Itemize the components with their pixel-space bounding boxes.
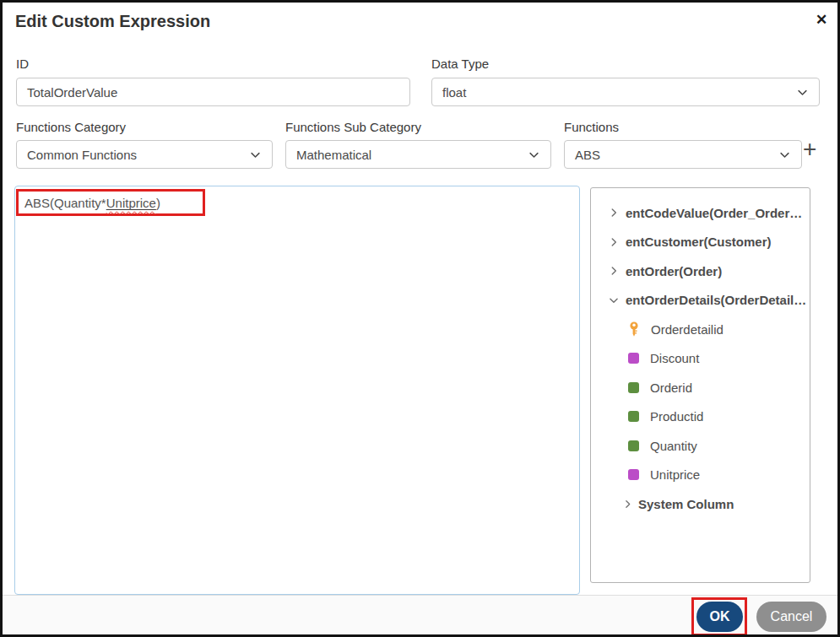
tree-column-label: Quantity [650,439,697,453]
decimal-column-icon [628,353,639,364]
tree-column-orderid[interactable]: Orderid [591,373,810,402]
functions-value: ABS [575,148,600,162]
functions-label: Functions [564,120,619,134]
tree-entity-entcodevalue[interactable]: entCodeValue(Order_Order… [591,198,810,228]
tree-column-quantity[interactable]: Quantity [591,431,810,461]
chevron-down-icon [796,86,809,99]
data-type-value: float [442,85,466,100]
close-icon[interactable]: ✕ [811,11,832,29]
ok-button[interactable]: OK [696,602,743,632]
add-function-icon[interactable]: + [803,138,816,161]
id-input[interactable]: TotalOrderValue [16,78,410,106]
tree-column-productid[interactable]: Productid [591,402,810,432]
tree-entity-label: entOrderDetails(OrderDetail… [626,293,806,307]
chevron-right-icon [608,207,620,219]
chevron-right-icon [622,499,633,510]
tree-column-label: Discount [650,351,699,365]
tree-entity-label: entCodeValue(Order_Order… [626,206,802,220]
integer-column-icon [628,440,639,451]
chevron-down-icon [608,294,620,306]
integer-column-icon [628,382,639,393]
dialog-title: Edit Custom Expression [15,12,210,31]
functions-category-select[interactable]: Common Functions [16,140,273,169]
primary-key-icon [628,321,640,337]
functions-sub-category-label: Functions Sub Category [285,120,421,134]
data-type-select[interactable]: float [431,78,820,106]
edit-custom-expression-dialog: { "dialog": { "title": "Edit Custom Expr… [0,0,840,637]
entity-tree-panel: entCodeValue(Order_Order… entCustomer(Cu… [590,187,810,583]
id-label: ID [16,57,29,71]
tree-column-unitprice[interactable]: Unitprice [591,461,810,490]
chevron-right-icon [608,236,620,248]
tree-column-label: Productid [650,409,703,424]
tree-column-label: Orderid [650,381,692,395]
expression-text: ABS(Quantity* [24,196,106,210]
data-type-label: Data Type [431,57,489,71]
functions-category-label: Functions Category [16,120,126,134]
tree-entity-entorderdetails[interactable]: entOrderDetails(OrderDetail… [591,286,810,316]
chevron-down-icon [778,148,791,161]
tree-entity-entcustomer[interactable]: entCustomer(Customer) [591,228,810,257]
chevron-down-icon [528,148,540,161]
functions-sub-category-value: Mathematical [296,148,371,162]
expression-text-underlined: Unitprice [106,196,156,210]
tree-node-label: System Column [638,497,734,511]
functions-select[interactable]: ABS [564,140,802,169]
tree-column-discount[interactable]: Discount [591,344,810,374]
functions-sub-category-select[interactable]: Mathematical [285,140,551,169]
expression-highlight-annotation-box: ABS(Quantity*Unitprice) [16,189,205,216]
tree-entity-label: entOrder(Order) [626,264,722,278]
decimal-column-icon [628,469,639,480]
tree-entity-entorder[interactable]: entOrder(Order) [591,256,810,286]
cancel-button[interactable]: Cancel [756,602,826,632]
chevron-down-icon [249,148,262,161]
functions-category-value: Common Functions [27,148,137,162]
expression-editor[interactable]: ABS(Quantity*Unitprice) [14,186,580,595]
id-value: TotalOrderValue [27,85,117,100]
tree-node-system-column[interactable]: System Column [591,489,810,519]
tree-column-orderdetailid[interactable]: Orderdetailid [591,315,810,344]
integer-column-icon [628,411,639,422]
chevron-right-icon [608,265,620,277]
tree-column-label: Orderdetailid [651,322,723,337]
tree-entity-label: entCustomer(Customer) [626,235,772,249]
expression-text-suffix: ) [156,196,160,210]
tree-column-label: Unitprice [650,467,700,482]
